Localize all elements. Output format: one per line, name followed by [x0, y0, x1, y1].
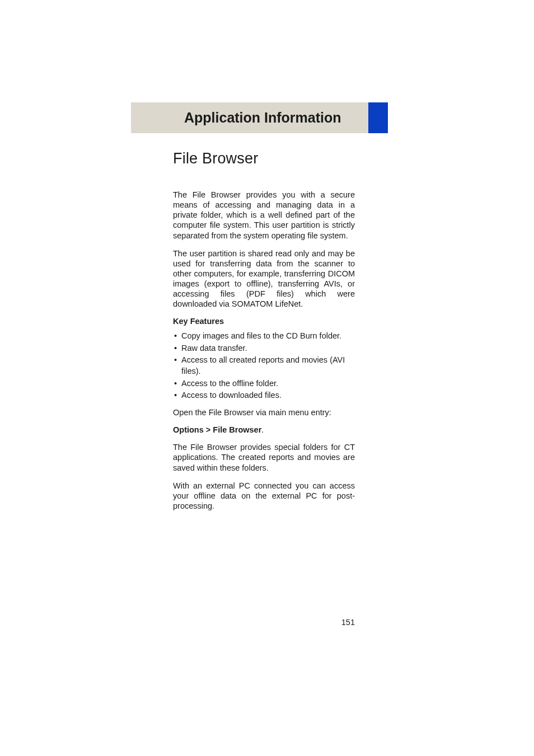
- nav-path-suffix: .: [261, 425, 264, 434]
- list-item: Access to downloaded files.: [173, 389, 355, 401]
- feature-list: Copy images and files to the CD Burn fol…: [173, 330, 355, 401]
- header-gray-section: Application Information: [131, 102, 368, 133]
- page-content: File Browser The File Browser provides y…: [173, 150, 355, 519]
- paragraph-folders: The File Browser provides special folder…: [173, 442, 355, 472]
- navigation-path: Options > File Browser.: [173, 425, 355, 434]
- paragraph-intro-1: The File Browser provides you with a sec…: [173, 190, 355, 241]
- paragraph-external-pc: With an external PC connected you can ac…: [173, 481, 355, 511]
- paragraph-open-via: Open the File Browser via main menu entr…: [173, 407, 355, 417]
- header-blue-accent: [368, 102, 388, 133]
- header-title: Application Information: [184, 110, 341, 126]
- list-item: Access to the offline folder.: [173, 378, 355, 389]
- key-features-heading: Key Features: [173, 317, 355, 326]
- nav-path-bold: Options > File Browser: [173, 425, 261, 434]
- section-heading: File Browser: [173, 150, 355, 167]
- page-number: 151: [173, 618, 355, 627]
- list-item: Raw data transfer.: [173, 342, 355, 354]
- list-item: Copy images and files to the CD Burn fol…: [173, 330, 355, 341]
- header-band: Application Information: [131, 102, 534, 133]
- list-item: Access to all created reports and movies…: [173, 354, 355, 377]
- paragraph-intro-2: The user partition is shared read only a…: [173, 248, 355, 309]
